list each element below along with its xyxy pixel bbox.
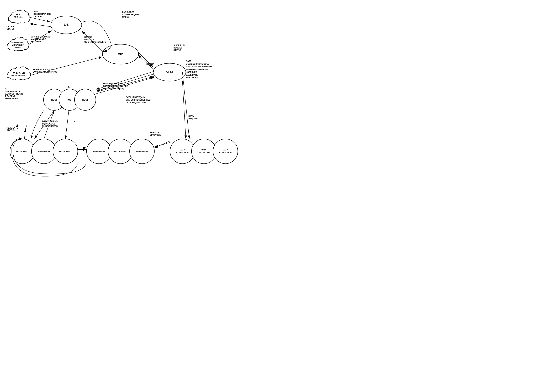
order-status-label: ORDER: [6, 25, 14, 28]
svg-text:REAGENT: REAGENT: [5, 95, 15, 97]
svg-text:MAINTENANCE: MAINTENANCE: [31, 38, 46, 40]
svg-text:ORDERS: ORDERS: [34, 15, 42, 18]
reagents-label: REAGENTS: [6, 127, 18, 129]
svg-text:INSTRUMENT: INSTRUMENT: [59, 150, 72, 152]
data-update-lower-label: DATA UPDATE(V-H): [126, 96, 145, 98]
svg-text:CASES: CASES: [122, 16, 129, 18]
svg-text:MANAGEMENT: MANAGEMENT: [11, 74, 26, 77]
a-bottom-label: A: [74, 121, 75, 123]
lab-order-label: LAB ORDER: [122, 11, 135, 13]
svg-text:STATUS: STATUS: [6, 129, 14, 132]
results-diagnosis-label: RESULTS: [150, 131, 159, 134]
svg-text:STAINING PROTOCOLS: STAINING PROTOCOLS: [186, 63, 209, 65]
a-top-label: A: [68, 85, 69, 88]
svg-line-23: [30, 24, 51, 27]
svg-text:INSTRUMENT: INSTRUMENT: [16, 150, 29, 152]
svg-line-34: [182, 72, 189, 139]
his-epr-label2: EPR etc.: [14, 16, 23, 18]
svg-line-35: [154, 141, 170, 148]
svg-text:STATUS REQUEST: STATUS REQUEST: [122, 13, 141, 16]
svg-line-37: [25, 126, 27, 129]
status-vlm-label: STATUS: [146, 63, 154, 66]
svg-text:MRP/ASSET: MRP/ASSET: [12, 44, 24, 46]
inventory-cloud: INVENTORY/ MRP/ASSET MGMT: [7, 37, 29, 51]
dc1-node: [170, 139, 195, 164]
svg-text:RESULTS: RESULTS: [84, 38, 94, 41]
svg-text:INSTRUMENT: INSTRUMENT: [136, 150, 148, 152]
svg-line-28: [138, 55, 154, 70]
svg-text:STATUS: STATUS: [173, 49, 181, 51]
his-epr-label: HIS: [16, 13, 20, 16]
svg-text:DATA REQUEST(V-H): DATA REQUEST(V-H): [103, 88, 124, 90]
data-request-label: DATA: [188, 115, 194, 117]
svg-text:DATA: DATA: [223, 149, 228, 151]
svg-text:STATUS/PRESENCE REQ: STATUS/PRESENCE REQ: [126, 99, 151, 101]
svg-text:SLIDE ORDERS: SLIDE ORDERS: [42, 125, 58, 127]
svg-text:REQUEST: REQUEST: [188, 117, 198, 120]
svg-line-31: [65, 110, 69, 139]
svg-text:REAGENT DISPENSER: REAGENT DISPENSER: [186, 68, 209, 71]
svg-line-22: [29, 17, 50, 22]
operator-cloud: OPERATOR MANAGEMENT: [7, 67, 31, 80]
svg-text:AMONGST HOSTS: AMONGST HOSTS: [5, 93, 23, 95]
svg-text:QC STATUS RESULTS: QC STATUS RESULTS: [84, 41, 106, 43]
svg-text:MGMT: MGMT: [15, 46, 21, 49]
his-epr-cloud: HIS EPR etc.: [8, 10, 30, 23]
shared-a-label: A: [5, 88, 7, 90]
adp-label: ADP: [34, 11, 38, 13]
svg-text:QUALIFICATION STATUS: QUALIFICATION STATUS: [33, 71, 57, 73]
svg-text:COLLECTION: COLLECTION: [198, 151, 210, 154]
inservice-label: IN-SERVICE RECORDS: [33, 68, 56, 71]
svg-text:RECORDS: RECORDS: [31, 40, 41, 43]
svg-text:STATUS: STATUS: [6, 28, 14, 30]
svg-text:KEY CODES: KEY CODES: [186, 77, 198, 79]
vlm-label: VLM: [166, 71, 173, 74]
svg-text:HOST: HOST: [67, 98, 73, 101]
data-update-upper-label: DATA UPDATE(V-H): [103, 82, 122, 85]
svg-text:HOST: HOST: [82, 98, 88, 101]
svg-text:DATA: DATA: [180, 149, 185, 151]
status-results-label: STATUS: [84, 36, 92, 38]
svg-text:COLLECTION: COLLECTION: [219, 151, 232, 154]
svg-text:DEMOGRAPHICS: DEMOGRAPHICS: [34, 13, 51, 15]
dc2-node: [192, 139, 216, 164]
svg-text:DATA REQUEST(V-H): DATA REQUEST(V-H): [126, 101, 146, 104]
svg-text:INSTRUMENT: INSTRUMENT: [114, 150, 127, 152]
svg-text:DATA: DATA: [202, 149, 206, 151]
data-header-label: DATA: [186, 60, 191, 62]
lis-label: LIS: [64, 23, 69, 26]
svg-text:HOST: HOST: [51, 98, 57, 101]
svg-text:COLLECTION: COLLECTION: [176, 151, 189, 154]
svg-text:REQUEST: REQUEST: [173, 47, 184, 49]
svg-text:BAR CODE ASSIGNMENTS: BAR CODE ASSIGNMENTS: [186, 66, 212, 68]
sliderun-label: SLIDE RUN: [173, 44, 185, 47]
svg-line-36: [25, 129, 25, 139]
dc3-node: [213, 139, 238, 164]
supplies-label: SUPPLIES DEMAND: [31, 36, 51, 38]
vip-label: VIP: [118, 52, 123, 56]
svg-text:OPERATOR: OPERATOR: [13, 72, 25, 74]
svg-text:CASE DATE: CASE DATE: [186, 74, 198, 76]
svg-text:INVENTORY/: INVENTORY/: [12, 42, 24, 44]
svg-line-72: [155, 142, 170, 147]
svg-text:OWNERSHIP: OWNERSHIP: [5, 97, 18, 100]
svg-text:SHARED DATA: SHARED DATA: [5, 90, 20, 93]
data-sharing-label: DATA SHARING: [42, 120, 58, 123]
svg-text:INSTRUMENT: INSTRUMENT: [93, 150, 105, 152]
svg-text:USER INFO: USER INFO: [186, 71, 197, 73]
svg-text:INSTRUMENT: INSTRUMENT: [38, 150, 50, 152]
svg-text:DIAGNOSIS: DIAGNOSIS: [150, 134, 161, 136]
